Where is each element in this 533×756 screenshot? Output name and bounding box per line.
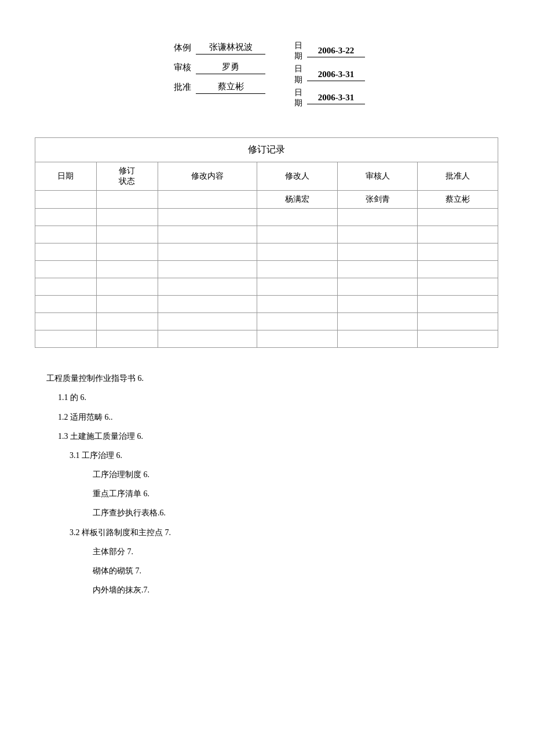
table-row bbox=[35, 226, 498, 243]
content-item: 重点工序清单 6. bbox=[46, 486, 498, 501]
content-item: 主体部分 7. bbox=[46, 544, 498, 559]
content-item: 工序治理制度 6. bbox=[46, 467, 498, 482]
content-item: 3.1 工序治理 6. bbox=[46, 448, 498, 463]
col-header-approver: 批准人 bbox=[418, 162, 498, 191]
table-row bbox=[35, 296, 498, 313]
col-header-reviewer: 审核人 bbox=[337, 162, 418, 191]
label-shenhe: 审核 bbox=[168, 62, 191, 73]
cell-content-1 bbox=[158, 191, 257, 209]
table-header-row: 日期 修订状态 修改内容 修改人 审核人 批准人 bbox=[35, 162, 498, 191]
content-item: 砌体的砌筑 7. bbox=[46, 564, 498, 578]
cell-modifier-1: 杨满宏 bbox=[257, 191, 338, 209]
col-header-modifier: 修改人 bbox=[257, 162, 338, 191]
content-item: 1.1 的 6. bbox=[46, 390, 498, 405]
date-label-2: 日 期 bbox=[294, 64, 302, 85]
col-header-date: 日期 bbox=[35, 162, 97, 191]
row-pizhun: 批准 蔡立彬 bbox=[168, 80, 265, 94]
row-shenhe: 审核 罗勇 bbox=[168, 60, 265, 74]
cell-date-2 bbox=[35, 209, 97, 226]
cell-modifier-2 bbox=[257, 209, 338, 226]
label-tili: 体例 bbox=[168, 42, 191, 53]
revision-table: 修订记录 日期 修订状态 修改内容 修改人 审核人 批准人 杨满宏 张剑青 蔡立… bbox=[35, 137, 498, 348]
date-row-2: 日 期 2006-3-31 bbox=[294, 64, 365, 85]
left-info: 体例 张谦林祝波 审核 罗勇 批准 蔡立彬 bbox=[168, 41, 265, 94]
content-item: 内外墙的抹灰.7. bbox=[46, 583, 498, 597]
col-header-content: 修改内容 bbox=[158, 162, 257, 191]
table-title: 修订记录 bbox=[35, 138, 498, 162]
content-items: 1.1 的 6.1.2 适用范畴 6..1.3 土建施工质量治理 6.3.1 工… bbox=[46, 390, 498, 597]
table-row bbox=[35, 330, 498, 348]
date-value-3: 2006-3-31 bbox=[307, 92, 365, 104]
revision-section: 修订记录 日期 修订状态 修改内容 修改人 审核人 批准人 杨满宏 张剑青 蔡立… bbox=[35, 137, 498, 348]
cell-date-1 bbox=[35, 191, 97, 209]
value-tili: 张谦林祝波 bbox=[196, 41, 265, 54]
date-row-1: 日 期 2006-3-22 bbox=[294, 41, 365, 61]
top-info-section: 体例 张谦林祝波 审核 罗勇 批准 蔡立彬 日 期 2006-3-22 日 期 … bbox=[35, 41, 498, 108]
col-header-status: 修订状态 bbox=[96, 162, 158, 191]
cell-reviewer-2 bbox=[337, 209, 418, 226]
cell-content-2 bbox=[158, 209, 257, 226]
cell-reviewer-1: 张剑青 bbox=[337, 191, 418, 209]
date-value-1: 2006-3-22 bbox=[307, 45, 365, 57]
date-row-3: 日 期 2006-3-31 bbox=[294, 88, 365, 108]
cell-approver-1: 蔡立彬 bbox=[418, 191, 498, 209]
date-value-2: 2006-3-31 bbox=[307, 68, 365, 81]
row-tili: 体例 张谦林祝波 bbox=[168, 41, 265, 54]
table-row bbox=[35, 278, 498, 296]
label-pizhun: 批准 bbox=[168, 82, 191, 93]
value-shenhe: 罗勇 bbox=[196, 60, 265, 74]
content-item: 3.2 样板引路制度和主控点 7. bbox=[46, 525, 498, 540]
date-label-3: 日 期 bbox=[294, 88, 302, 108]
content-item: 1.3 土建施工质量治理 6. bbox=[46, 429, 498, 444]
table-row bbox=[35, 313, 498, 330]
content-item: 1.2 适用范畴 6.. bbox=[46, 410, 498, 424]
table-row bbox=[35, 261, 498, 278]
content-section: 工程质量控制作业指导书 6. 1.1 的 6.1.2 适用范畴 6..1.3 土… bbox=[35, 371, 498, 597]
right-dates: 日 期 2006-3-22 日 期 2006-3-31 日 期 2006-3-3… bbox=[294, 41, 365, 108]
cell-approver-2 bbox=[418, 209, 498, 226]
table-title-row: 修订记录 bbox=[35, 138, 498, 162]
content-item: 工序查抄执行表格.6. bbox=[46, 506, 498, 520]
cell-status-1 bbox=[96, 191, 158, 209]
value-pizhun: 蔡立彬 bbox=[196, 80, 265, 94]
date-label-1: 日 期 bbox=[294, 41, 302, 61]
table-row bbox=[35, 209, 498, 226]
cell-status-2 bbox=[96, 209, 158, 226]
table-row: 杨满宏 张剑青 蔡立彬 bbox=[35, 191, 498, 209]
content-intro: 工程质量控制作业指导书 6. bbox=[46, 371, 498, 386]
table-row bbox=[35, 243, 498, 261]
